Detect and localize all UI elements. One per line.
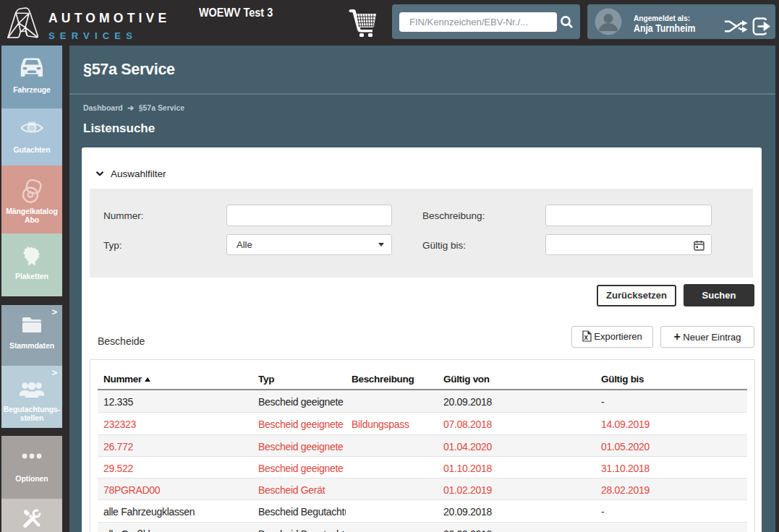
svg-text:x: x [584, 333, 589, 341]
